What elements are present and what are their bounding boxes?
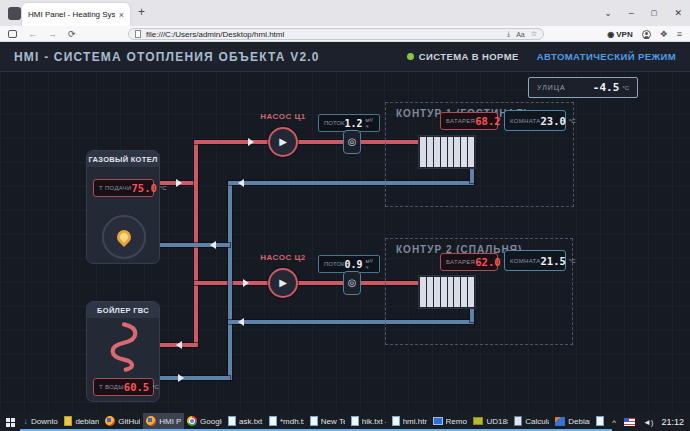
taskbar-item-hmi-panel[interactable]: HMI Pan...: [143, 413, 184, 431]
taskbar-item-calculator[interactable]: Calculator: [511, 413, 552, 431]
taskbar-item-hik-txt[interactable]: hik.txt - ...: [348, 413, 389, 431]
browser-chrome: HMI Panel - Heating System × + ⌄ – ▢ ✕ ←…: [0, 0, 690, 42]
flow-sensor2-icon: ◎: [343, 271, 361, 295]
minimize-icon[interactable]: –: [629, 8, 634, 18]
import-window-icon[interactable]: [8, 30, 17, 38]
taskbar-item-remote-desktop[interactable]: Remote ...: [430, 413, 471, 431]
vpn-icon: ◉: [607, 30, 614, 39]
pipe-boiler-return: [160, 243, 230, 247]
firefox-icon: [146, 416, 156, 426]
flow-arrow-icon: [238, 318, 244, 326]
dhw-title: БОЙЛЕР ГВС: [87, 302, 159, 318]
download-icon: ↓: [23, 416, 28, 426]
vpn-badge[interactable]: ◉ VPN: [607, 30, 632, 39]
pipe-return-riser: [228, 181, 232, 380]
hmi-page: HMI - СИСТЕМА ОТОПЛЕНИЯ ОБЪЕКТА V2.0 СИС…: [0, 42, 690, 413]
page-header: HMI - СИСТЕМА ОТОПЛЕНИЯ ОБЪЕКТА V2.0 СИС…: [0, 42, 690, 72]
flow-arrow-icon: [243, 279, 249, 287]
app-icon: [473, 417, 483, 425]
outdoor-unit: °C: [622, 85, 629, 91]
taskbar-item-mdh-txt[interactable]: *mdh.tx...: [266, 413, 307, 431]
account-icon[interactable]: [642, 30, 651, 39]
flow-arrow-icon: [238, 179, 244, 187]
mode-toggle[interactable]: АВТОМАТИЧЕСКИЙ РЕЖИМ: [537, 51, 676, 62]
url-bar[interactable]: file:///C:/Users/admin/Desktop/hmi.html …: [128, 28, 544, 40]
notepad-icon: [228, 416, 236, 426]
notepad-icon: [310, 416, 318, 426]
outdoor-label: УЛИЦА: [537, 84, 593, 91]
pump1-icon: ▶: [268, 127, 298, 157]
notepad-icon: [392, 416, 400, 426]
radiator1: [418, 135, 476, 169]
taskbar-item-notepad[interactable]: [593, 413, 612, 431]
virtualbox-icon: [555, 417, 565, 426]
taskbar-item-new-text[interactable]: New Te...: [307, 413, 348, 431]
screen: HMI Panel - Heating System × + ⌄ – ▢ ✕ ←…: [0, 0, 690, 431]
dhw-display-value: 60.5: [124, 381, 149, 393]
new-tab-button[interactable]: +: [138, 5, 145, 19]
taskbar-item-debian-file[interactable]: debian-...: [61, 413, 102, 431]
outdoor-value: -4.5: [593, 81, 620, 94]
taskbar-item-google[interactable]: Google ...: [184, 413, 225, 431]
radiator2: [418, 275, 476, 309]
forward-icon[interactable]: →: [48, 29, 57, 39]
flow-arrow-icon: [210, 241, 216, 249]
firefox-view-icon[interactable]: [8, 7, 21, 20]
taskbar-item-ud18872[interactable]: UD18872...: [470, 413, 511, 431]
maximize-icon[interactable]: ▢: [651, 9, 658, 17]
reload-icon[interactable]: ⟳: [68, 29, 76, 39]
flame-icon: [102, 215, 146, 259]
taskbar-item-ask-txt[interactable]: ask.txt - ...: [225, 413, 266, 431]
room1-value: 23.0: [541, 115, 566, 127]
calculator-icon: [514, 416, 522, 426]
taskbar-clock[interactable]: 21:12: [662, 417, 685, 427]
tab-title: HMI Panel - Heating System: [28, 10, 115, 19]
taskbar-item-debian-vm[interactable]: Debian 1...: [552, 413, 593, 431]
boiler-display-value: 75.0: [132, 182, 157, 194]
vpn-label: VPN: [616, 30, 632, 39]
tab-list-chevron-icon[interactable]: ⌄: [604, 8, 612, 18]
close-window-icon[interactable]: ✕: [674, 8, 682, 18]
taskbar-item-downloads[interactable]: ↓Downloa...: [20, 413, 61, 431]
flow-arrow-icon: [176, 179, 182, 187]
status-dot-icon: [407, 53, 414, 60]
header-right: СИСТЕМА В НОРМЕ АВТОМАТИЧЕСКИЙ РЕЖИМ: [407, 51, 676, 62]
save-page-icon[interactable]: ⤓: [507, 30, 510, 38]
start-button[interactable]: [0, 413, 20, 431]
menu-icon[interactable]: ≡: [677, 29, 682, 39]
bookmark-star-icon[interactable]: ☆: [531, 30, 537, 38]
notepad-icon: [269, 416, 277, 426]
radiator1-value: 68.2: [475, 115, 500, 127]
flow2-value: 0.9: [345, 259, 363, 270]
speaker-icon[interactable]: ◄): [643, 418, 654, 427]
circuit2-room-temp-display: КОМНАТА 21.5 °C: [504, 250, 566, 271]
windows-logo-icon: [6, 418, 15, 427]
window-controls: ⌄ – ▢ ✕: [604, 0, 682, 26]
toolbar-right: ◉ VPN ❖ ≡: [607, 26, 682, 42]
firefox-icon: [105, 416, 115, 426]
taskbar-item-hmi-html[interactable]: hmi.htm...: [389, 413, 430, 431]
dhw-water-temp-display: Т ВОДЫ 60.5 °C: [93, 378, 154, 396]
back-icon[interactable]: ←: [28, 29, 37, 39]
system-status: СИСТЕМА В НОРМЕ: [407, 51, 519, 62]
pipe-dhw-return: [160, 376, 230, 380]
language-flag-icon[interactable]: [624, 418, 635, 426]
flow-arrow-icon: [248, 138, 254, 146]
taskbar-item-github[interactable]: GitHub -...: [102, 413, 143, 431]
flow1-label: ПОТОК: [324, 120, 345, 126]
room2-unit: °C: [569, 258, 576, 264]
url-text[interactable]: file:///C:/Users/admin/Desktop/hmi.html: [146, 30, 501, 39]
translate-icon[interactable]: Aa: [516, 31, 525, 38]
close-tab-icon[interactable]: ×: [119, 10, 124, 20]
notepad-icon: [596, 416, 604, 426]
page-title: HMI - СИСТЕМА ОТОПЛЕНИЯ ОБЪЕКТА V2.0: [14, 50, 407, 64]
pump2-icon: ▶: [268, 268, 298, 298]
hidden-icons-chevron-icon[interactable]: ^: [612, 418, 616, 427]
flow2-label: ПОТОК: [324, 261, 345, 267]
file-icon: [64, 416, 72, 426]
browser-tab[interactable]: HMI Panel - Heating System ×: [22, 3, 130, 26]
dhw-display-unit: °C: [152, 384, 159, 390]
circuit1-room-temp-display: КОМНАТА 23.0 °C: [504, 110, 566, 131]
extensions-icon[interactable]: ❖: [660, 29, 668, 39]
circuit1-radiator-temp-display: БАТАРЕЯ 68.2 °C: [440, 112, 498, 130]
